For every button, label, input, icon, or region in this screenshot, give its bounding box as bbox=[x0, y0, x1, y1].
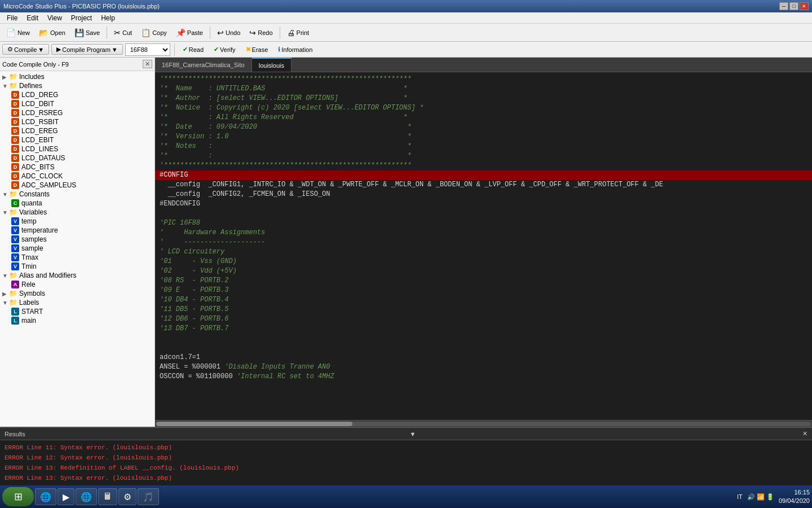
expand-icon: ▼ bbox=[2, 83, 8, 89]
menu-project[interactable]: Project bbox=[67, 13, 96, 23]
error-line: ERROR Line 11: Syntax error. (louislouis… bbox=[5, 443, 807, 453]
taskbar-browser[interactable]: 🌐 bbox=[76, 488, 97, 505]
paste-button[interactable]: 📌 Paste bbox=[172, 26, 207, 40]
tree-item[interactable]: ▼ 📁 Alias and Modifiers bbox=[0, 271, 155, 280]
tree-item[interactable]: D LCD_DATAUS bbox=[0, 154, 155, 163]
locale-indicator: IT bbox=[737, 493, 743, 500]
folder-icon: 📁 bbox=[9, 190, 17, 198]
tree-item[interactable]: D LCD_DBIT bbox=[0, 99, 155, 108]
copy-icon: 📋 bbox=[141, 28, 151, 37]
code-compile-close[interactable]: ✕ bbox=[143, 60, 152, 68]
open-button[interactable]: 📂 Open bbox=[35, 26, 69, 40]
hscroll-thumb[interactable] bbox=[156, 422, 352, 426]
tree-item[interactable]: V sample bbox=[0, 244, 155, 253]
read-icon: ✔ bbox=[183, 46, 188, 53]
calculator-icon: 🖩 bbox=[103, 492, 112, 502]
taskbar-ie[interactable]: 🌐 bbox=[35, 488, 56, 505]
taskbar-music[interactable]: 🎵 bbox=[138, 488, 159, 505]
tree-item[interactable]: L START bbox=[0, 307, 155, 316]
taskbar-right: IT 🔊 📶 🔋 16:15 09/04/2020 bbox=[737, 488, 810, 506]
tree-item[interactable]: D LCD_RSREG bbox=[0, 108, 155, 117]
start-button[interactable]: ⊞ bbox=[2, 487, 34, 506]
tree-item[interactable]: D ADC_CLOCK bbox=[0, 172, 155, 181]
menu-view[interactable]: View bbox=[43, 13, 67, 23]
open-icon: 📂 bbox=[39, 28, 48, 37]
minimize-button[interactable]: ─ bbox=[779, 2, 788, 10]
menu-help[interactable]: Help bbox=[96, 13, 120, 23]
save-button[interactable]: 💾 Save bbox=[70, 26, 104, 40]
tree-item[interactable]: D LCD_EREG bbox=[0, 126, 155, 135]
tree-folder-label: Symbols bbox=[19, 290, 45, 297]
expand-icon: ▼ bbox=[2, 300, 8, 306]
expand-icon: ▶ bbox=[2, 291, 8, 297]
tree-item[interactable]: D ADC_SAMPLEUS bbox=[0, 181, 155, 190]
tree-item[interactable]: L main bbox=[0, 316, 155, 325]
compile-program-button[interactable]: ▶ Compile Program ▼ bbox=[51, 44, 122, 55]
menu-edit[interactable]: Edit bbox=[22, 13, 43, 23]
tree-item[interactable]: V temperature bbox=[0, 226, 155, 235]
new-button[interactable]: 📄 New bbox=[2, 26, 34, 40]
undo-button[interactable]: ↩ Undo bbox=[213, 26, 244, 40]
tree-item[interactable]: C quanta bbox=[0, 199, 155, 208]
tree-item[interactable]: ▶ 📁 Includes bbox=[0, 72, 155, 81]
type-badge: A bbox=[11, 281, 19, 288]
horizontal-scrollbar[interactable] bbox=[155, 420, 812, 427]
taskbar-app1[interactable]: ⚙ bbox=[118, 488, 136, 505]
tree-item[interactable]: V Tmin bbox=[0, 262, 155, 271]
verify-icon: ✔ bbox=[214, 46, 219, 53]
cut-button[interactable]: ✂ Cut bbox=[110, 26, 136, 40]
tree-item[interactable]: V Tmax bbox=[0, 253, 155, 262]
toolbar: 📄 New 📂 Open 💾 Save ✂ Cut 📋 Copy 📌 Paste… bbox=[0, 24, 812, 42]
titlebar: MicroCode Studio Plus - PICBASIC PRO (lo… bbox=[0, 0, 812, 12]
tree-item[interactable]: D LCD_LINES bbox=[0, 144, 155, 154]
taskbar-calculator[interactable]: 🖩 bbox=[98, 488, 117, 505]
tree-item[interactable]: V samples bbox=[0, 235, 155, 244]
results-close-icon[interactable]: ✕ bbox=[802, 430, 807, 437]
folder-icon: 📁 bbox=[9, 271, 17, 279]
tree-item[interactable]: D LCD_RSBIT bbox=[0, 117, 155, 126]
type-badge: D bbox=[11, 109, 19, 117]
tree-item[interactable]: ▼ 📁 Constants bbox=[0, 190, 155, 199]
compile-button[interactable]: ⚙ Compile ▼ bbox=[2, 44, 49, 55]
tree-item[interactable]: ▼ 📁 Variables bbox=[0, 208, 155, 217]
code-area[interactable]: '***************************************… bbox=[155, 72, 812, 420]
tree-item[interactable]: D LCD_DREG bbox=[0, 90, 155, 99]
tree-leaf-label: Tmin bbox=[21, 262, 37, 270]
results-collapse-icon[interactable]: ▼ bbox=[409, 431, 416, 437]
tree-leaf-label: ADC_BITS bbox=[21, 163, 55, 171]
menu-file[interactable]: File bbox=[2, 13, 22, 23]
tab-louislouis[interactable]: louislouis bbox=[252, 58, 292, 72]
type-badge: D bbox=[11, 100, 19, 108]
folder-icon: 📁 bbox=[9, 82, 17, 90]
tree-item[interactable]: ▶ 📁 Symbols bbox=[0, 289, 155, 298]
information-button[interactable]: ℹ Information bbox=[274, 44, 316, 55]
print-icon: 🖨 bbox=[287, 28, 295, 37]
clock[interactable]: 16:15 09/04/2020 bbox=[779, 488, 810, 506]
print-button[interactable]: 🖨 Print bbox=[283, 26, 314, 40]
type-badge: D bbox=[11, 118, 19, 126]
chip-selector[interactable]: 16F88 16F84 16F628 bbox=[125, 43, 170, 56]
tree-item[interactable]: D ADC_BITS bbox=[0, 163, 155, 172]
erase-button[interactable]: ✖ Erase bbox=[242, 44, 272, 55]
hscroll-track[interactable] bbox=[156, 422, 811, 426]
maximize-button[interactable]: □ bbox=[789, 2, 798, 10]
redo-button[interactable]: ↪ Redo bbox=[245, 26, 276, 40]
tab-16f88-camera[interactable]: 16F88_CameraClimatica_Sito bbox=[155, 58, 252, 72]
tree-item[interactable]: ▼ 📁 Labels bbox=[0, 298, 155, 307]
type-badge: D bbox=[11, 154, 19, 162]
close-button[interactable]: ✕ bbox=[800, 2, 809, 10]
titlebar-controls: ─ □ ✕ bbox=[779, 2, 809, 10]
verify-button[interactable]: ✔ Verify bbox=[210, 44, 240, 55]
copy-button[interactable]: 📋 Copy bbox=[137, 26, 171, 40]
tree-item[interactable]: A Rele bbox=[0, 280, 155, 289]
tree-item[interactable]: V temp bbox=[0, 217, 155, 226]
tree-leaf-label: ADC_SAMPLEUS bbox=[21, 181, 76, 189]
read-button[interactable]: ✔ Read bbox=[179, 44, 208, 55]
type-badge: D bbox=[11, 136, 19, 144]
left-panel: Code Compile Only - F9 ✕ ▶ 📁 Includes ▼ … bbox=[0, 58, 155, 427]
tree-leaf-label: ADC_CLOCK bbox=[21, 172, 63, 180]
tree-item[interactable]: ▼ 📁 Defines bbox=[0, 81, 155, 90]
erase-icon: ✖ bbox=[246, 46, 251, 53]
tree-item[interactable]: D LCD_EBIT bbox=[0, 135, 155, 144]
taskbar-media[interactable]: ▶ bbox=[58, 488, 74, 505]
